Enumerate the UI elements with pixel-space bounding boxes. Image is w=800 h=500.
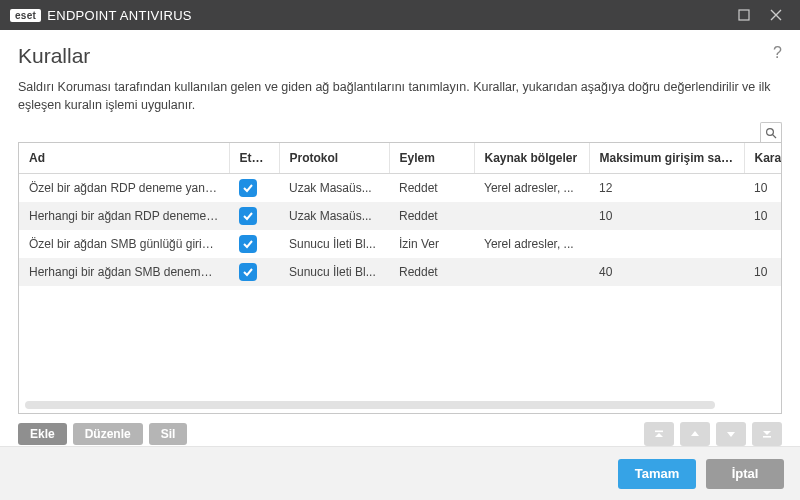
move-bottom-button[interactable] xyxy=(752,422,782,446)
table-row[interactable]: Özel bir ağdan RDP deneme yanıl...Uzak M… xyxy=(19,174,781,203)
help-icon[interactable]: ? xyxy=(773,44,782,62)
cell-max: 10 xyxy=(589,202,744,230)
cell-source: Yerel adresler, ... xyxy=(474,230,589,258)
cell-max xyxy=(589,230,744,258)
cell-active[interactable] xyxy=(229,174,279,203)
titlebar: eset ENDPOINT ANTIVIRUS xyxy=(0,0,800,30)
checkbox-checked-icon[interactable] xyxy=(239,179,257,197)
delete-button[interactable]: Sil xyxy=(149,423,188,445)
cell-black: 10 xyxy=(744,174,781,203)
page-title: Kurallar xyxy=(18,44,782,68)
page-description: Saldırı Koruması tarafından kullanılan g… xyxy=(18,78,782,114)
minimize-button[interactable] xyxy=(728,0,760,30)
search-icon[interactable] xyxy=(760,122,782,142)
col-header-active[interactable]: Etkin xyxy=(229,143,279,174)
cell-black xyxy=(744,230,781,258)
move-down-button[interactable] xyxy=(716,422,746,446)
dialog-footer: Tamam İptal xyxy=(0,446,800,500)
table-row[interactable]: Herhangi bir ağdan RDP deneme y...Uzak M… xyxy=(19,202,781,230)
ok-button[interactable]: Tamam xyxy=(618,459,696,489)
cell-protocol: Sunucu İleti Bl... xyxy=(279,258,389,286)
col-header-max[interactable]: Maksimum girişim sayısı xyxy=(589,143,744,174)
cell-name: Özel bir ağdan RDP deneme yanıl... xyxy=(19,174,229,203)
add-button[interactable]: Ekle xyxy=(18,423,67,445)
table-row[interactable]: Herhangi bir ağdan SMB deneme y...Sunucu… xyxy=(19,258,781,286)
cell-action: Reddet xyxy=(389,202,474,230)
cell-active[interactable] xyxy=(229,230,279,258)
cell-source: Yerel adresler, ... xyxy=(474,174,589,203)
svg-point-1 xyxy=(767,128,774,135)
cell-protocol: Uzak Masaüs... xyxy=(279,202,389,230)
cell-source xyxy=(474,202,589,230)
col-header-source[interactable]: Kaynak bölgeler xyxy=(474,143,589,174)
cell-name: Özel bir ağdan SMB günlüğü girişi... xyxy=(19,230,229,258)
brand: eset ENDPOINT ANTIVIRUS xyxy=(10,8,192,23)
cell-name: Herhangi bir ağdan SMB deneme y... xyxy=(19,258,229,286)
svg-rect-3 xyxy=(655,431,663,433)
col-header-protocol[interactable]: Protokol xyxy=(279,143,389,174)
brand-tag: eset xyxy=(10,9,41,22)
col-header-name[interactable]: Ad xyxy=(19,143,229,174)
content-area: Kurallar ? Saldırı Koruması tarafından k… xyxy=(0,30,800,446)
move-up-button[interactable] xyxy=(680,422,710,446)
col-header-black[interactable]: Kara liste sakla xyxy=(744,143,781,174)
cell-protocol: Uzak Masaüs... xyxy=(279,174,389,203)
edit-button[interactable]: Düzenle xyxy=(73,423,143,445)
checkbox-checked-icon[interactable] xyxy=(239,207,257,225)
checkbox-checked-icon[interactable] xyxy=(239,235,257,253)
brand-text: ENDPOINT ANTIVIRUS xyxy=(47,8,192,23)
cell-black: 10 xyxy=(744,258,781,286)
cell-active[interactable] xyxy=(229,202,279,230)
svg-rect-0 xyxy=(739,10,749,20)
cell-source xyxy=(474,258,589,286)
cell-black: 10 xyxy=(744,202,781,230)
col-header-action[interactable]: Eylem xyxy=(389,143,474,174)
table-toolbar: Ekle Düzenle Sil xyxy=(18,422,782,446)
cell-action: Reddet xyxy=(389,174,474,203)
cell-protocol: Sunucu İleti Bl... xyxy=(279,230,389,258)
rules-table: Ad Etkin Protokol Eylem Kaynak bölgeler … xyxy=(18,142,782,414)
close-button[interactable] xyxy=(760,0,792,30)
cell-max: 40 xyxy=(589,258,744,286)
svg-rect-4 xyxy=(763,436,771,438)
cell-action: İzin Ver xyxy=(389,230,474,258)
move-top-button[interactable] xyxy=(644,422,674,446)
checkbox-checked-icon[interactable] xyxy=(239,263,257,281)
cell-name: Herhangi bir ağdan RDP deneme y... xyxy=(19,202,229,230)
cell-active[interactable] xyxy=(229,258,279,286)
cancel-button[interactable]: İptal xyxy=(706,459,784,489)
horizontal-scrollbar[interactable] xyxy=(25,401,775,409)
svg-line-2 xyxy=(773,134,776,137)
table-row[interactable]: Özel bir ağdan SMB günlüğü girişi...Sunu… xyxy=(19,230,781,258)
cell-action: Reddet xyxy=(389,258,474,286)
cell-max: 12 xyxy=(589,174,744,203)
